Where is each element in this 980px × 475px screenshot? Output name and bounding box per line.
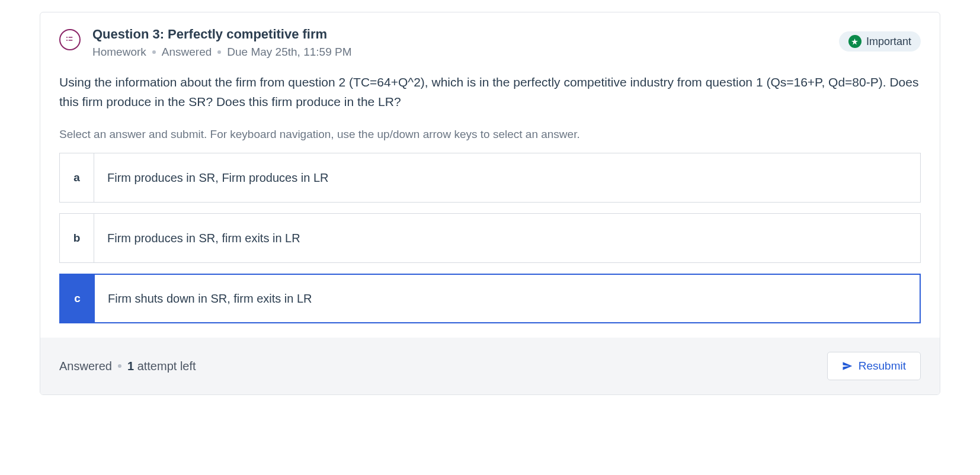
- star-icon: [848, 35, 861, 48]
- question-card: Question 3: Perfectly competitive firm H…: [40, 12, 940, 395]
- instruction-text: Select an answer and submit. For keyboar…: [59, 128, 921, 141]
- meta-separator-dot: [152, 50, 156, 54]
- card-header: Question 3: Perfectly competitive firm H…: [40, 12, 940, 68]
- attempts-number: 1: [127, 360, 134, 373]
- paper-plane-icon: [842, 361, 853, 371]
- important-label: Important: [866, 36, 911, 48]
- question-type-icon: [59, 29, 81, 50]
- svg-rect-1: [69, 37, 73, 38]
- meta-type: Homework: [92, 46, 146, 59]
- option-key: c: [60, 275, 95, 322]
- attempts-label: attempt left: [137, 360, 196, 373]
- question-body: Using the information about the firm fro…: [40, 68, 940, 338]
- answer-option-b[interactable]: b Firm produces in SR, firm exits in LR: [59, 213, 921, 263]
- meta-status: Answered: [162, 46, 212, 59]
- list-bubble-icon: [65, 34, 75, 45]
- attempts-left: 1 attempt left: [127, 360, 196, 373]
- svg-point-0: [66, 37, 68, 38]
- question-title: Question 3: Perfectly competitive firm: [92, 27, 351, 42]
- important-badge: Important: [839, 31, 921, 52]
- meta-separator-dot: [217, 50, 221, 54]
- svg-point-2: [66, 40, 68, 41]
- card-footer: Answered 1 attempt left Resubmit: [40, 338, 940, 394]
- resubmit-label: Resubmit: [859, 360, 906, 373]
- svg-rect-3: [69, 40, 73, 41]
- footer-status: Answered 1 attempt left: [59, 360, 196, 373]
- question-text: Using the information about the firm fro…: [59, 73, 921, 111]
- meta-due: Due May 25th, 11:59 PM: [227, 46, 351, 59]
- option-key: b: [60, 214, 94, 262]
- answer-option-c[interactable]: c Firm shuts down in SR, firm exits in L…: [59, 274, 921, 323]
- meta-separator-dot: [118, 364, 121, 368]
- header-left: Question 3: Perfectly competitive firm H…: [59, 27, 351, 59]
- resubmit-button[interactable]: Resubmit: [827, 352, 921, 380]
- status-label: Answered: [59, 360, 112, 373]
- option-text: Firm shuts down in SR, firm exits in LR: [95, 275, 325, 322]
- title-block: Question 3: Perfectly competitive firm H…: [92, 27, 351, 59]
- option-text: Firm produces in SR, firm exits in LR: [94, 214, 313, 262]
- option-key: a: [60, 153, 94, 202]
- option-text: Firm produces in SR, Firm produces in LR: [94, 153, 341, 202]
- answer-options-list: a Firm produces in SR, Firm produces in …: [59, 153, 921, 323]
- answer-option-a[interactable]: a Firm produces in SR, Firm produces in …: [59, 153, 921, 203]
- question-meta: Homework Answered Due May 25th, 11:59 PM: [92, 46, 351, 59]
